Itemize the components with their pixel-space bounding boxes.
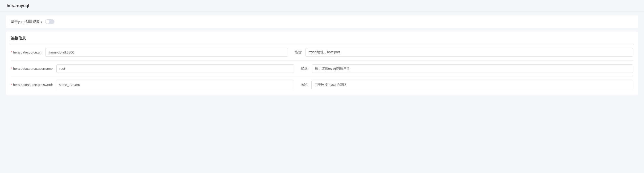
page-title: hera-mysql [6,3,638,8]
form-row-password: *hera.datasource.password: 描述: [11,77,633,93]
content-area: 基于yaml创建资源： 连接信息 *hera.datasource.url: 描… [0,12,644,99]
required-asterisk: * [11,50,12,54]
page-container: hera-mysql 基于yaml创建资源： 连接信息 *hera.dataso… [0,0,644,173]
desc-input-wrapper [306,48,633,57]
field-input-wrapper [56,81,294,89]
field-input-wrapper [56,64,294,73]
required-asterisk: * [11,67,12,70]
section-title: 连接信息 [11,32,633,44]
datasource-url-input[interactable] [45,48,288,57]
datasource-url-desc-input[interactable] [306,48,633,57]
required-asterisk: * [11,83,12,87]
field-input-wrapper [45,48,288,57]
yaml-toggle-switch[interactable] [45,19,54,24]
datasource-username-desc-input[interactable] [312,64,633,73]
field-label-url: *hera.datasource.url: [11,50,45,54]
desc-input-wrapper [312,81,633,89]
yaml-toggle-card: 基于yaml创建资源： [6,15,638,28]
desc-label: 描述: [294,66,312,71]
field-label-text: hera.datasource.username: [13,67,53,70]
yaml-toggle-label: 基于yaml创建资源： [11,19,43,24]
form-row-url: *hera.datasource.url: 描述: [11,44,633,61]
page-header: hera-mysql [0,0,644,12]
form-row-username: *hera.datasource.username: 描述: [11,61,633,77]
connection-section: 连接信息 *hera.datasource.url: 描述: *hera.dat… [6,32,638,95]
desc-input-wrapper [312,64,633,73]
field-label-text: hera.datasource.password: [13,83,53,87]
desc-label: 描述: [294,83,312,87]
datasource-password-desc-input[interactable] [312,81,633,89]
datasource-password-input[interactable] [56,81,294,89]
field-label-username: *hera.datasource.username: [11,67,56,70]
desc-label: 描述: [288,50,306,54]
field-label-text: hera.datasource.url: [13,50,42,54]
field-label-password: *hera.datasource.password: [11,83,56,87]
datasource-username-input[interactable] [56,64,294,73]
